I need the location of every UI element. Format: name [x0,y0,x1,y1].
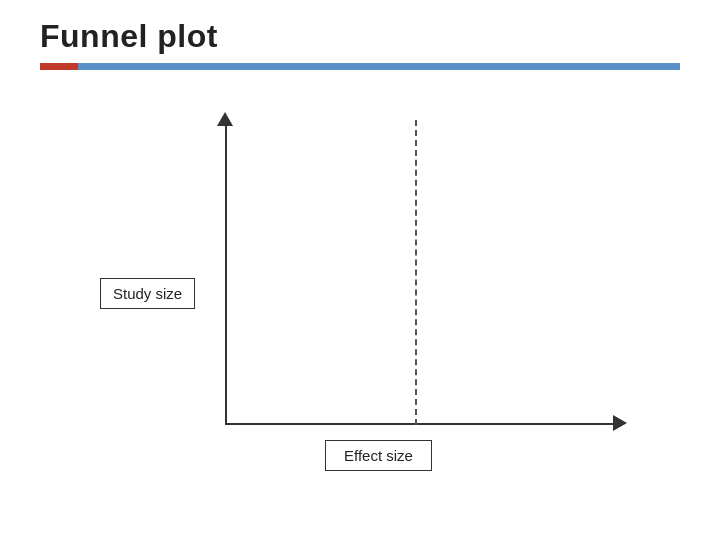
slide-container: Funnel plot Study size Effect size [0,0,720,540]
slide-title: Funnel plot [40,18,680,55]
accent-red [40,63,78,70]
x-axis-arrow-icon [613,415,627,431]
x-axis-label: Effect size [325,440,432,471]
chart-area: Study size Effect size [80,100,660,480]
x-axis [225,423,615,425]
dashed-center-line [415,120,417,425]
y-axis [225,120,227,425]
y-axis-label: Study size [100,278,195,309]
accent-blue [78,63,680,70]
title-area: Funnel plot [0,0,720,70]
accent-bar [40,63,680,70]
